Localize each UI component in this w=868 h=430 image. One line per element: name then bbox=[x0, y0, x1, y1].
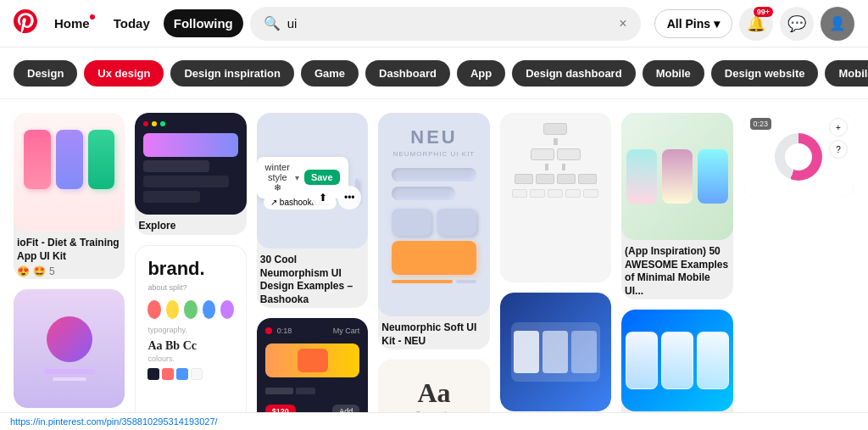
category-pill-ux-design[interactable]: Ux design bbox=[84, 60, 164, 87]
pin-card-explore[interactable]: Explore bbox=[135, 113, 246, 235]
card-actions: + ? bbox=[829, 118, 848, 159]
search-clear-button[interactable]: × bbox=[619, 16, 626, 31]
pin-reactions-iofit: 😍 🤩 5 bbox=[17, 265, 121, 277]
search-input[interactable] bbox=[287, 16, 620, 31]
search-icon: 🔍 bbox=[264, 15, 281, 31]
status-bar: https://in.pinterest.com/pin/35881029531… bbox=[0, 412, 868, 430]
pin-title-bashooka: 30 Cool Neumorphism UI Design Examples –… bbox=[260, 254, 364, 306]
pin-info-explore: Explore bbox=[135, 215, 246, 235]
pin-card-neu[interactable]: NEU NEUMORPHIC UI KIT Neumorphic Soft UI… bbox=[378, 113, 489, 349]
expand-icon[interactable]: + bbox=[829, 118, 848, 137]
pin-card-app-insp[interactable]: (App Inspiration) 50 AWESOME Examples of… bbox=[621, 113, 732, 299]
pin-card-profile[interactable] bbox=[14, 289, 125, 408]
pinterest-logo[interactable] bbox=[14, 9, 37, 38]
notification-badge: 99+ bbox=[754, 7, 773, 17]
category-pill-game[interactable]: Game bbox=[301, 60, 359, 87]
pin-card-timo2[interactable]: 0:23 + ? bbox=[743, 113, 854, 198]
category-pill-design-dashboard[interactable]: Design dashboard bbox=[512, 60, 635, 87]
pin-title-iofit: ioFit - Diet & Training App UI Kit bbox=[17, 237, 121, 263]
pin-info-neu: Neumorphic Soft UI Kit - NEU bbox=[378, 316, 489, 349]
pin-info-app-insp: (App Inspiration) 50 AWESOME Examples of… bbox=[621, 240, 732, 299]
avatar[interactable]: 👤 bbox=[821, 7, 854, 41]
nav-today[interactable]: Today bbox=[103, 9, 160, 37]
pin-title-explore: Explore bbox=[138, 220, 242, 233]
header: Home Today Following 🔍 × All Pins ▾ 🔔 99… bbox=[0, 0, 868, 47]
category-pill-design-inspiration[interactable]: Design inspiration bbox=[170, 60, 293, 87]
categories-bar: Design Ux design Design inspiration Game… bbox=[0, 47, 868, 99]
pins-grid: ioFit - Diet & Training App UI Kit 😍 🤩 5 bbox=[0, 99, 868, 430]
video-timer: 0:23 bbox=[750, 118, 772, 130]
pin-card-iofit[interactable]: ioFit - Diet & Training App UI Kit 😍 🤩 5 bbox=[14, 113, 125, 279]
pin-card-flowchart[interactable] bbox=[500, 113, 611, 282]
pin-title-app-insp: (App Inspiration) 50 AWESOME Examples of… bbox=[625, 245, 729, 298]
pin-card-split[interactable]: brand. about split? typography. Aa Bb Cc… bbox=[135, 245, 246, 430]
messages-button[interactable]: 💬 bbox=[780, 7, 814, 41]
category-pill-mobile-app[interactable]: Mobile app bbox=[825, 60, 868, 87]
pin-title-neu: Neumorphic Soft UI Kit - NEU bbox=[381, 321, 486, 348]
search-bar: 🔍 × bbox=[250, 7, 641, 41]
pin-card-web-design[interactable] bbox=[500, 293, 611, 411]
nav-home[interactable]: Home bbox=[44, 9, 100, 37]
home-dot bbox=[90, 14, 95, 20]
category-pill-design-website[interactable]: Design website bbox=[711, 60, 819, 87]
main-nav: Home Today Following bbox=[44, 9, 243, 37]
pin-card-bashooka[interactable]: winter style ❄ ▾ Save ↗bashooka.c... ⬆ •… bbox=[257, 113, 368, 308]
category-pill-mobile[interactable]: Mobile bbox=[643, 60, 704, 87]
nav-following[interactable]: Following bbox=[164, 9, 243, 37]
category-pill-dashboard[interactable]: Dashboard bbox=[365, 60, 450, 87]
chevron-down-icon: ▾ bbox=[714, 17, 720, 31]
pin-info-bashooka: 30 Cool Neumorphism UI Design Examples –… bbox=[257, 249, 368, 308]
notifications-button[interactable]: 🔔 99+ bbox=[739, 7, 773, 41]
category-pill-app[interactable]: App bbox=[457, 60, 505, 87]
pin-info-iofit: ioFit - Diet & Training App UI Kit 😍 🤩 5 bbox=[14, 232, 125, 279]
category-pill-design[interactable]: Design bbox=[14, 60, 77, 87]
question-icon[interactable]: ? bbox=[829, 140, 848, 159]
all-pins-button[interactable]: All Pins ▾ bbox=[654, 9, 732, 38]
header-actions: All Pins ▾ 🔔 99+ 💬 👤 bbox=[654, 7, 854, 41]
